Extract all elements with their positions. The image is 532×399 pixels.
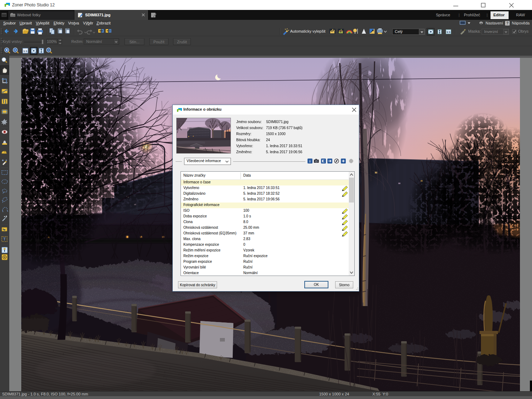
svg-text:T: T bbox=[3, 237, 6, 241]
svg-text:?: ? bbox=[506, 21, 508, 25]
svg-text:1:1: 1:1 bbox=[447, 31, 451, 34]
svg-text:i: i bbox=[310, 159, 311, 163]
svg-text:1:1: 1:1 bbox=[23, 50, 28, 53]
svg-text:Automaticky vylepšit: Automaticky vylepšit bbox=[290, 29, 326, 33]
